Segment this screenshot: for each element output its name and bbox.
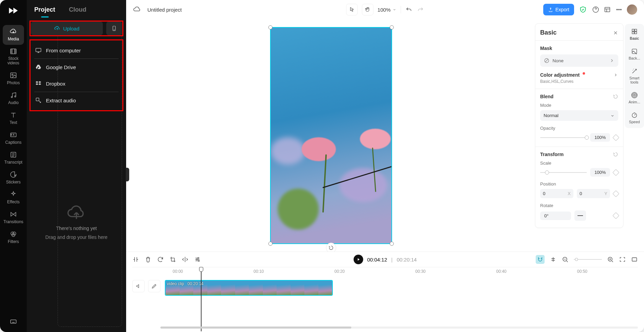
track-area[interactable]: video clip 00:20:14 bbox=[132, 280, 638, 318]
rail-stock[interactable]: Stock videos bbox=[3, 45, 24, 69]
menu-extract-audio[interactable]: Extract audio bbox=[31, 92, 122, 108]
rail-stickers[interactable]: Stickers bbox=[3, 168, 24, 188]
empty-media-area[interactable]: There's nothing yet Drag and drop your f… bbox=[31, 117, 122, 326]
fullscreen-button[interactable] bbox=[631, 256, 638, 263]
preview-canvas[interactable] bbox=[126, 19, 536, 252]
selection-frame[interactable] bbox=[270, 27, 392, 244]
svg-point-32 bbox=[198, 260, 199, 261]
menu-from-computer[interactable]: From computer bbox=[31, 42, 122, 59]
pos-x-val: 0 bbox=[543, 191, 545, 196]
align-button[interactable] bbox=[550, 256, 557, 263]
transform-reset-button[interactable] bbox=[613, 152, 618, 157]
tab-cloud[interactable]: Cloud bbox=[69, 6, 86, 17]
project-title[interactable]: Untitled project bbox=[147, 7, 182, 13]
timeline-zoom-slider[interactable] bbox=[574, 259, 602, 260]
rotate-value[interactable]: 0° bbox=[540, 212, 571, 220]
user-avatar[interactable] bbox=[627, 4, 637, 15]
library-panel: Project Cloud Upload From computer Googl… bbox=[27, 0, 126, 332]
opacity-slider[interactable] bbox=[540, 137, 587, 138]
rail-audio[interactable]: Audio bbox=[3, 89, 24, 108]
film-icon bbox=[10, 48, 17, 55]
crop-button[interactable] bbox=[169, 256, 176, 263]
playhead[interactable] bbox=[201, 269, 202, 331]
play-button[interactable] bbox=[353, 255, 363, 264]
divider bbox=[535, 89, 623, 89]
toolbar-center: 100% bbox=[346, 4, 424, 15]
blend-reset-button[interactable] bbox=[613, 94, 618, 99]
resize-handle-tl[interactable] bbox=[268, 25, 272, 29]
track-mute-button[interactable] bbox=[132, 280, 145, 292]
timeline-ruler[interactable]: 00:00 00:10 00:20 00:30 00:40 00:50 bbox=[132, 267, 638, 277]
opacity-keyframe-button[interactable] bbox=[612, 134, 619, 141]
zoom-fit-button[interactable] bbox=[619, 256, 626, 263]
rail-photos[interactable]: Photos bbox=[3, 69, 24, 89]
adjust-button[interactable] bbox=[194, 256, 201, 263]
rail-text[interactable]: Text bbox=[3, 108, 24, 128]
position-keyframe-button[interactable] bbox=[612, 190, 619, 197]
timeline-scrollbar[interactable] bbox=[160, 327, 638, 329]
mirror-button[interactable] bbox=[182, 256, 189, 263]
rail-media[interactable]: Media bbox=[3, 25, 24, 45]
tab-project[interactable]: Project bbox=[34, 6, 55, 17]
video-clip[interactable]: video clip 00:20:14 bbox=[165, 280, 333, 296]
upload-button[interactable]: Upload bbox=[31, 22, 103, 35]
opacity-value[interactable]: 100% bbox=[590, 133, 610, 142]
music-icon bbox=[10, 91, 17, 99]
inspector-tab-animation[interactable]: Anim... bbox=[626, 90, 643, 105]
rail-filters[interactable]: Filters bbox=[3, 228, 24, 247]
scale-keyframe-button[interactable] bbox=[612, 169, 619, 176]
inspector-tab-speed[interactable]: Speed bbox=[626, 110, 643, 125]
rail-captions[interactable]: Captions bbox=[3, 128, 24, 148]
saved-indicator[interactable] bbox=[578, 5, 588, 14]
more-button[interactable] bbox=[615, 6, 623, 13]
zoom-in-button[interactable] bbox=[607, 256, 614, 263]
blend-mode-select[interactable]: Normal bbox=[540, 110, 618, 121]
rotate-step-button[interactable] bbox=[574, 210, 586, 221]
menu-google-drive[interactable]: Google Drive bbox=[31, 59, 122, 75]
color-adjustment-row[interactable]: Color adjustment bbox=[540, 72, 618, 78]
position-x-input[interactable]: 0X bbox=[540, 189, 573, 198]
resize-handle-bl[interactable] bbox=[268, 242, 272, 246]
color-adjustment-sub: Basic,HSL,Curves bbox=[540, 79, 618, 84]
inspector-tab-smart[interactable]: Smart tools bbox=[626, 66, 643, 86]
rail-transcript[interactable]: Transcript bbox=[3, 148, 24, 168]
library-tabs: Project Cloud bbox=[31, 0, 122, 17]
dropbox-icon bbox=[35, 80, 42, 87]
redo-button[interactable] bbox=[417, 6, 424, 13]
empty-text-2: Drag and drop your files here bbox=[45, 234, 107, 240]
layout-button[interactable] bbox=[604, 6, 611, 13]
rail-transitions[interactable]: Transitions bbox=[3, 208, 24, 228]
home-button[interactable] bbox=[133, 5, 141, 14]
rail-effects[interactable]: Effects bbox=[3, 188, 24, 208]
pointer-tool-button[interactable] bbox=[346, 4, 357, 15]
resize-handle-br[interactable] bbox=[390, 242, 394, 246]
mask-select[interactable]: None bbox=[540, 54, 618, 67]
inspector-tab-background[interactable]: Back... bbox=[626, 47, 643, 62]
collapse-handle[interactable] bbox=[126, 168, 129, 181]
rotate-keyframe-button[interactable] bbox=[612, 212, 619, 219]
ruler-tick: 00:50 bbox=[577, 269, 587, 274]
zoom-out-button[interactable] bbox=[562, 256, 569, 263]
split-button[interactable] bbox=[132, 256, 139, 263]
scale-slider[interactable] bbox=[540, 172, 587, 173]
motion-button[interactable] bbox=[326, 243, 336, 253]
upload-from-phone-button[interactable] bbox=[106, 22, 122, 35]
close-icon[interactable] bbox=[613, 30, 618, 36]
resize-handle-tr[interactable] bbox=[390, 25, 394, 29]
scale-value[interactable]: 100% bbox=[590, 168, 610, 177]
menu-label: Dropbox bbox=[46, 81, 65, 87]
export-button[interactable]: Export bbox=[543, 4, 574, 15]
rotate-button[interactable] bbox=[157, 256, 164, 263]
snap-button[interactable] bbox=[536, 255, 545, 264]
hand-tool-button[interactable] bbox=[362, 4, 373, 15]
position-y-input[interactable]: 0Y bbox=[577, 189, 610, 198]
export-icon bbox=[548, 7, 553, 12]
help-button[interactable] bbox=[592, 6, 599, 13]
menu-dropbox[interactable]: Dropbox bbox=[31, 75, 122, 92]
undo-button[interactable] bbox=[405, 6, 413, 13]
keyboard-shortcuts-button[interactable] bbox=[0, 318, 27, 332]
inspector-tab-basic[interactable]: Basic bbox=[626, 27, 643, 42]
delete-button[interactable] bbox=[145, 256, 151, 263]
zoom-select[interactable]: 100% bbox=[377, 7, 396, 13]
track-edit-button[interactable] bbox=[148, 280, 160, 292]
